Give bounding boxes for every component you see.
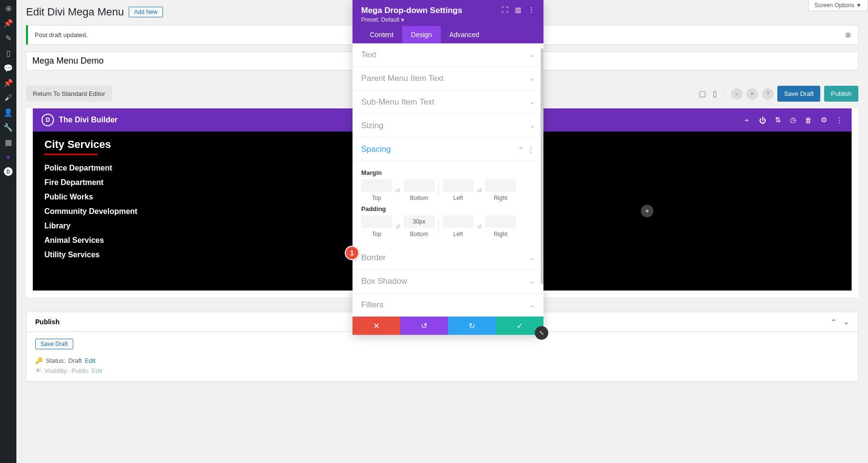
margin-left-input[interactable] xyxy=(443,179,474,192)
padding-bottom-input[interactable] xyxy=(404,215,434,228)
section-border-label: Border xyxy=(361,253,386,263)
columns-icon[interactable]: ▥ xyxy=(515,6,521,13)
link-icon[interactable]: ⇄ xyxy=(475,184,484,197)
screen-options-toggle[interactable]: Screen Options ▼ xyxy=(808,0,868,11)
section-parent-text[interactable]: Parent Menu Item Text ⌄ xyxy=(353,67,543,91)
device-mobile-icon[interactable]: ▯ xyxy=(713,89,717,98)
publish-box-title: Publish xyxy=(35,318,60,326)
section-more-icon[interactable]: ⋮ xyxy=(527,145,535,154)
section-sizing[interactable]: Sizing ⌄ xyxy=(353,114,543,138)
chevron-down-icon: ⌄ xyxy=(530,122,535,129)
pin2-icon[interactable]: 📌 xyxy=(3,79,13,88)
chevron-down-icon: ⌄ xyxy=(530,302,535,308)
heading-underline xyxy=(44,154,97,155)
margin-bottom-input[interactable] xyxy=(404,179,434,192)
section-spacing[interactable]: Spacing ⌃ ⋮ xyxy=(353,138,543,161)
settings-panel-title: Mega Drop-down Settings xyxy=(361,6,462,15)
chevron-down-icon: ⌄ xyxy=(530,254,535,261)
tools-icon[interactable]: 🔧 xyxy=(3,123,13,132)
dashboard-icon[interactable]: ⊕ xyxy=(5,4,12,13)
settings-preset[interactable]: Preset: Default ▾ xyxy=(361,16,462,23)
link-icon[interactable]: ⇄ xyxy=(475,220,484,233)
builder-trash-icon[interactable]: 🗑 xyxy=(805,116,812,124)
builder-add-icon[interactable]: ＋ xyxy=(743,116,750,125)
margin-label: Margin xyxy=(361,169,535,176)
section-filters-label: Filters xyxy=(361,300,383,310)
chevron-down-icon: ⌄ xyxy=(530,278,535,285)
page-title: Edit Divi Mega Menu xyxy=(26,6,124,18)
chevron-up-icon: ⌃ xyxy=(518,146,523,153)
builder-power-icon[interactable]: ⏻ xyxy=(759,116,766,124)
more-icon[interactable]: ⋮ xyxy=(528,6,535,13)
edit-status-link[interactable]: Edit xyxy=(85,357,95,364)
responsive-icon[interactable]: ⛶ xyxy=(502,6,508,13)
label-left: Left xyxy=(453,231,463,238)
metabox-up-icon[interactable]: ⌃ xyxy=(831,318,837,326)
divi-icon[interactable]: ● xyxy=(6,153,11,161)
save-draft-button[interactable]: Save Draft xyxy=(777,86,820,102)
device-tablet-icon[interactable]: ▢ xyxy=(699,89,706,98)
visibility-label: Visibility: xyxy=(44,367,68,374)
link-icon[interactable]: ⇄ xyxy=(393,220,403,233)
section-boxshadow-label: Box Shadow xyxy=(361,277,407,286)
settings-undo-button[interactable]: ↺ xyxy=(400,317,448,335)
posts-icon[interactable]: ✎ xyxy=(5,34,12,43)
label-top: Top xyxy=(372,231,381,238)
divi-d-icon[interactable]: D xyxy=(4,167,13,176)
return-standard-editor-button[interactable]: Return To Standard Editor xyxy=(26,86,112,102)
status-label: Status: xyxy=(46,357,65,364)
notice-text: Post draft updated. xyxy=(35,31,88,39)
chevron-down-icon: ⌄ xyxy=(530,75,535,82)
pin-icon[interactable]: 📌 xyxy=(3,19,13,28)
section-parent-label: Parent Menu Item Text xyxy=(361,74,444,83)
padding-top-input[interactable] xyxy=(361,215,392,228)
edit-visibility-link[interactable]: Edit xyxy=(92,367,102,374)
divi-logo-icon: D xyxy=(41,114,54,126)
label-right: Right xyxy=(494,195,507,201)
key-icon: 🔑 xyxy=(35,357,43,364)
link-icon[interactable]: ⇄ xyxy=(393,184,403,197)
section-submenu-text[interactable]: Sub-Menu Item Text ⌄ xyxy=(353,91,543,114)
notice-dismiss[interactable]: ⊗ xyxy=(845,30,851,40)
builder-gear-icon[interactable]: ⚙ xyxy=(821,116,827,124)
publish-button[interactable]: Publish xyxy=(824,86,858,102)
padding-left-input[interactable] xyxy=(443,215,474,228)
tab-design[interactable]: Design xyxy=(402,26,441,43)
label-top: Top xyxy=(372,195,381,201)
add-module-button[interactable]: ＋ xyxy=(641,205,653,217)
stack-icon[interactable]: ≡ xyxy=(746,88,758,100)
padding-right-input[interactable] xyxy=(485,215,516,228)
label-left: Left xyxy=(453,195,463,201)
metabox-down-icon[interactable]: ⌄ xyxy=(843,318,849,326)
tab-advanced[interactable]: Advanced xyxy=(441,26,488,43)
settings-redo-button[interactable]: ↻ xyxy=(448,317,496,335)
section-filters[interactable]: Filters ⌄ xyxy=(353,293,543,317)
builder-sort-icon[interactable]: ⇅ xyxy=(775,116,781,124)
tab-content[interactable]: Content xyxy=(361,26,402,43)
panel-scrollbar[interactable] xyxy=(541,48,543,284)
users-icon[interactable]: 👤 xyxy=(3,108,13,117)
margin-top-input[interactable] xyxy=(361,179,392,192)
save-draft-small-button[interactable]: Save Draft xyxy=(35,339,73,349)
section-sizing-label: Sizing xyxy=(361,121,383,131)
builder-more-icon[interactable]: ⋮ xyxy=(836,116,843,124)
visibility-value: Public xyxy=(71,367,88,374)
section-border[interactable]: Border ⌄ xyxy=(353,246,543,270)
settings-cancel-button[interactable]: ✕ xyxy=(353,317,400,335)
settings-icon[interactable]: ▦ xyxy=(5,138,12,147)
panel-resize-handle[interactable]: ⤡ xyxy=(535,326,548,340)
section-text[interactable]: Text ⌄ xyxy=(353,43,543,67)
builder-history-icon[interactable]: ◷ xyxy=(790,116,796,124)
pages-icon[interactable]: ▯ xyxy=(6,49,11,58)
zoom-icon[interactable]: ⌕ xyxy=(731,88,743,100)
chevron-down-icon: ⌄ xyxy=(530,99,535,106)
builder-title: The Divi Builder xyxy=(59,116,118,124)
section-box-shadow[interactable]: Box Shadow ⌄ xyxy=(353,270,543,293)
add-new-button[interactable]: Add New xyxy=(129,7,163,17)
margin-right-input[interactable] xyxy=(485,179,516,192)
label-bottom: Bottom xyxy=(410,195,428,201)
comments-icon[interactable]: 💬 xyxy=(3,64,13,73)
appearance-icon[interactable]: 🖌 xyxy=(4,93,12,102)
wp-admin-sidebar: ⊕ 📌 ✎ ▯ 💬 📌 🖌 👤 🔧 ▦ ● D xyxy=(0,0,16,463)
help-icon[interactable]: ? xyxy=(762,88,773,100)
